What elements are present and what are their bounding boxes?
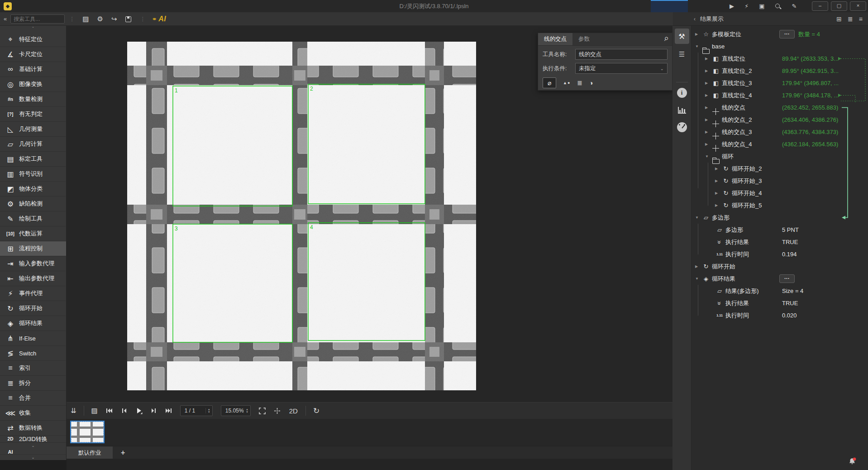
chevron-right-icon[interactable]: ▶ bbox=[705, 130, 711, 134]
image-thumbnail[interactable] bbox=[70, 421, 105, 443]
add-job-button[interactable]: + bbox=[121, 449, 125, 457]
collapse-results-icon[interactable]: ‹ bbox=[694, 16, 696, 22]
more-icon[interactable]: ••• bbox=[779, 30, 795, 38]
tree-row[interactable]: ▶ ◧ 直线定位_2 89.95° (4362.915, 3... bbox=[692, 65, 868, 77]
sidebar-item[interactable]: ◩ 物体分类 bbox=[0, 182, 66, 197]
chevron-right-icon[interactable]: ▶ bbox=[715, 179, 721, 183]
info-icon[interactable]: i bbox=[675, 86, 689, 100]
chevron-down-icon[interactable]: ▼ bbox=[705, 154, 711, 158]
settings-gear-icon[interactable]: ⚙ bbox=[97, 13, 103, 25]
spinner-arrows-icon[interactable]: ▴▾ bbox=[243, 408, 250, 413]
chevron-right-icon[interactable]: ▶ bbox=[715, 167, 721, 171]
maximize-button[interactable]: ▢ bbox=[831, 1, 847, 11]
chevron-down-icon[interactable]: ▼ bbox=[695, 44, 701, 48]
tree-row[interactable]: ▱ 多边形 5 PNT bbox=[692, 224, 868, 236]
save-icon[interactable] bbox=[125, 16, 131, 22]
spinner-arrows-icon[interactable]: ▴▾ bbox=[205, 408, 212, 413]
sidebar-scroll-down-icon[interactable]: ⌄ bbox=[0, 455, 66, 460]
param-tab-intersection[interactable]: 线的交点 bbox=[538, 33, 572, 45]
tree-row[interactable]: » 执行结果 TRUE bbox=[692, 297, 868, 309]
tree-row[interactable]: ▶ 线的交点_4 (4362.184, 2654.563) bbox=[692, 138, 868, 150]
chevron-right-icon[interactable]: ▶ bbox=[695, 32, 701, 36]
sidebar-item-ai[interactable]: AI bbox=[0, 449, 66, 455]
mode-tab[interactable] bbox=[614, 0, 651, 12]
mode-tab[interactable] bbox=[688, 0, 725, 12]
tree-row[interactable]: ▼ ▱ 多边形 bbox=[692, 211, 868, 224]
sidebar-item[interactable]: ▤ 标定工具 bbox=[0, 152, 66, 167]
tree-row[interactable]: ▶ 线的交点 (2632.452, 2655.883) bbox=[692, 101, 868, 114]
skip-start-icon[interactable] bbox=[106, 408, 113, 414]
chevron-right-icon[interactable]: ▶ bbox=[705, 93, 711, 97]
menu-hamburger-icon[interactable]: ≡ bbox=[859, 15, 863, 23]
tree-row[interactable]: ▼ ◈ 循环结果 ••• bbox=[692, 273, 868, 285]
palette-icon[interactable]: ◑ bbox=[589, 79, 593, 86]
image-source-icon[interactable]: ▨ bbox=[82, 13, 89, 25]
chevron-right-icon[interactable]: ▶ bbox=[705, 142, 711, 146]
sidebar-item[interactable]: ≶ Switch bbox=[0, 346, 66, 361]
sidebar-item[interactable]: ⚡ 事件代理 bbox=[0, 286, 66, 301]
eye-off-icon[interactable]: ⌀ bbox=[543, 77, 556, 88]
exec-condition-select[interactable]: 未指定 ⌄ bbox=[575, 63, 668, 74]
sidebar-item[interactable]: ⚙ 缺陷检测 bbox=[0, 197, 66, 211]
tree-row[interactable]: ▱ 结果(多边形) Size = 4 bbox=[692, 285, 868, 297]
sidebar-item[interactable]: ≡ 索引 bbox=[0, 361, 66, 376]
sidebar-item[interactable]: ⇥ 输入参数代理 bbox=[0, 256, 66, 271]
minimize-button[interactable]: – bbox=[812, 1, 828, 11]
sidebar-item[interactable]: ⋔ If-Else bbox=[0, 331, 66, 346]
chevron-right-icon[interactable]: ▶ bbox=[715, 203, 721, 207]
tree-row[interactable]: ▼ base bbox=[692, 40, 868, 53]
sidebar-item[interactable]: ⇄ 数据转换 bbox=[0, 421, 66, 436]
histogram-icon[interactable] bbox=[675, 103, 689, 117]
play-button[interactable] bbox=[135, 407, 143, 414]
sliders-icon[interactable]: ☰ bbox=[675, 48, 689, 61]
image-viewer[interactable]: 1 2 3 4 线的交点 参数 ⚲ 工具名称: 执行条件: 未指定 ⌄ ⌀ ▲●… bbox=[67, 26, 672, 470]
ai-tools-button[interactable]: ⚭ AI bbox=[152, 15, 166, 23]
export-icon[interactable]: ↪ bbox=[111, 13, 117, 25]
sidebar-item[interactable]: ∞ 基础计算 bbox=[0, 62, 66, 77]
sidebar-item[interactable]: ≣ 拆分 bbox=[0, 376, 66, 391]
shapes-icon[interactable]: ▲● bbox=[563, 81, 570, 85]
sidebar-item[interactable]: ⇤ 输出参数代理 bbox=[0, 271, 66, 286]
run-play-icon[interactable]: ▶ bbox=[730, 3, 734, 10]
tool-search-input[interactable] bbox=[10, 14, 65, 24]
chevron-down-icon[interactable]: ▼ bbox=[695, 216, 701, 220]
tree-row[interactable]: 1.11 执行时间 0.020 bbox=[692, 309, 868, 321]
frame-spinner[interactable]: 1 / 1 ▴▾ bbox=[180, 405, 213, 416]
sidebar-item[interactable]: ≡ 合并 bbox=[0, 391, 66, 406]
more-icon[interactable]: ••• bbox=[779, 274, 795, 283]
2d-mode-button[interactable]: 2D bbox=[289, 407, 298, 415]
chevron-right-icon[interactable]: ▶ bbox=[715, 191, 721, 195]
sidebar-item[interactable]: #n 数量检测 bbox=[0, 92, 66, 107]
sidebar-item[interactable]: ▥ 符号识别 bbox=[0, 167, 66, 182]
sidebar-scroll-up-icon[interactable]: ˆ bbox=[0, 26, 66, 32]
sidebar-item[interactable]: ∡ 卡尺定位 bbox=[0, 47, 66, 62]
job-tab-default[interactable]: 默认作业 bbox=[67, 446, 113, 459]
param-tab-params[interactable]: 参数 bbox=[572, 33, 596, 45]
sidebar-item[interactable]: ▱ 几何计算 bbox=[0, 137, 66, 152]
chevron-right-icon[interactable]: ▶ bbox=[705, 118, 711, 122]
tree-row[interactable]: ▶ ◧ 直线定位_4 179.96° (3484.178, ... bbox=[692, 89, 868, 101]
sidebar-item[interactable]: ⌖ 特征定位 bbox=[0, 32, 66, 47]
fit-view-icon[interactable] bbox=[259, 408, 266, 414]
chevron-right-icon[interactable]: ▶ bbox=[705, 69, 711, 73]
tree-list-icon[interactable]: ≣ bbox=[848, 15, 853, 23]
tree-row[interactable]: ▶ ↻ 循环开始_5 bbox=[692, 199, 868, 211]
sidebar-item[interactable]: [?] 有无判定 bbox=[0, 107, 66, 122]
sidebar-item[interactable]: ⊞ 流程控制 bbox=[0, 241, 66, 256]
tree-row[interactable]: ▶ ◧ 直线定位 89.94° (2633.353, 3... bbox=[692, 53, 868, 65]
tree-row[interactable]: ▶ ◧ 直线定位_3 179.94° (3496.807, ... bbox=[692, 77, 868, 89]
next-frame-icon[interactable] bbox=[151, 408, 157, 414]
sidebar-item[interactable]: 2D 2D/3D转换 bbox=[0, 436, 66, 443]
skip-end-icon[interactable] bbox=[165, 408, 172, 414]
prev-frame-icon[interactable] bbox=[121, 408, 127, 414]
tool-name-input[interactable] bbox=[575, 49, 668, 60]
tool-params-wrench-icon[interactable]: ⚒ bbox=[675, 29, 689, 44]
zoom-spinner[interactable]: 15.05% ▴▾ bbox=[221, 405, 251, 416]
sidebar-item[interactable]: [10] 代数运算 bbox=[0, 226, 66, 241]
device-connect-icon[interactable]: ▣ bbox=[759, 3, 764, 10]
sidebar-item[interactable]: ◎ 图像变换 bbox=[0, 77, 66, 92]
sidebar-item[interactable]: ◺ 几何测量 bbox=[0, 122, 66, 137]
chevron-right-icon[interactable]: ▶ bbox=[705, 57, 711, 61]
tree-row[interactable]: ▼ 循环 bbox=[692, 150, 868, 163]
tree-row[interactable]: ▶ ↻ 循环开始 bbox=[692, 260, 868, 273]
